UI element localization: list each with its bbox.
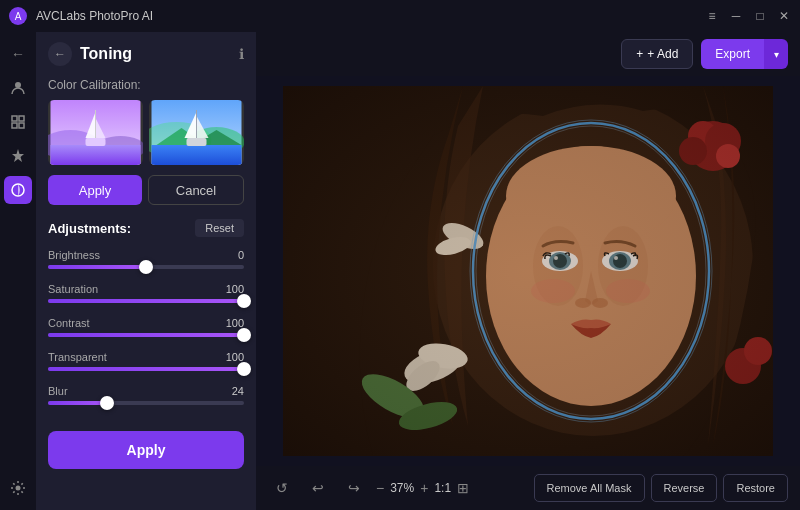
main-image-container: [283, 86, 773, 456]
brightness-slider-group: Brightness 0: [48, 249, 244, 269]
saturation-slider-group: Saturation 100: [48, 283, 244, 303]
contrast-label: Contrast: [48, 317, 90, 329]
apply-cal-button[interactable]: Apply: [48, 175, 142, 205]
brightness-label: Brightness: [48, 249, 100, 261]
zoom-out-btn[interactable]: −: [376, 480, 384, 496]
svg-rect-3: [12, 116, 17, 121]
contrast-slider-group: Contrast 100: [48, 317, 244, 337]
zoom-value: 37%: [390, 481, 414, 495]
svg-rect-13: [51, 145, 141, 165]
image-area: [256, 76, 800, 466]
rotate-left-btn[interactable]: ↺: [268, 474, 296, 502]
bottom-toolbar: ↺ ↩ ↪ − 37% + 1:1 ⊞ Remove All Mask Reve…: [256, 466, 800, 510]
saturation-track[interactable]: [48, 299, 244, 303]
apply-button[interactable]: Apply: [48, 431, 244, 469]
maximize-btn[interactable]: □: [752, 8, 768, 24]
restore-button[interactable]: Restore: [723, 474, 788, 502]
action-buttons: Remove All Mask Reverse Restore: [534, 474, 788, 502]
undo-btn[interactable]: ↩: [304, 474, 332, 502]
menu-btn[interactable]: ≡: [704, 8, 720, 24]
sidebar-grid-btn[interactable]: [4, 108, 32, 136]
transparent-value: 100: [226, 351, 244, 363]
svg-rect-4: [19, 116, 24, 121]
left-panel: ← Toning ℹ Color Calibration:: [36, 32, 256, 510]
transparent-track[interactable]: [48, 367, 244, 371]
remove-all-mask-button[interactable]: Remove All Mask: [534, 474, 645, 502]
app-logo: A: [8, 6, 28, 26]
sidebar-toning-btn[interactable]: [4, 176, 32, 204]
blur-value: 24: [232, 385, 244, 397]
brightness-value: 0: [238, 249, 244, 261]
blur-slider-group: Blur 24: [48, 385, 244, 405]
redo-btn[interactable]: ↪: [340, 474, 368, 502]
transparent-label: Transparent: [48, 351, 107, 363]
export-btn-group: Export ▾: [701, 39, 788, 69]
top-toolbar: + + Add Export ▾: [256, 32, 800, 76]
close-btn[interactable]: ✕: [776, 8, 792, 24]
sidebar-person-btn[interactable]: [4, 74, 32, 102]
app-title: AVCLabs PhotoPro AI: [36, 9, 704, 23]
panel-title: Toning: [80, 45, 132, 63]
saturation-label: Saturation: [48, 283, 98, 295]
svg-point-9: [16, 486, 21, 491]
content-area: + + Add Export ▾: [256, 32, 800, 510]
svg-rect-24: [187, 138, 207, 146]
minimize-btn[interactable]: ─: [728, 8, 744, 24]
fit-screen-btn[interactable]: ⊞: [457, 480, 469, 496]
blur-track[interactable]: [48, 401, 244, 405]
svg-text:A: A: [15, 11, 22, 22]
adjustments-label: Adjustments:: [48, 221, 131, 236]
color-cal-images: [48, 100, 244, 165]
zoom-controls: − 37% + 1:1 ⊞: [376, 480, 469, 496]
cal-image-before[interactable]: [48, 100, 143, 165]
brightness-track[interactable]: [48, 265, 244, 269]
export-dropdown-btn[interactable]: ▾: [764, 39, 788, 69]
window-controls: ≡ ─ □ ✕: [704, 8, 792, 24]
transparent-slider-group: Transparent 100: [48, 351, 244, 371]
plus-icon: +: [636, 47, 643, 61]
svg-rect-6: [19, 123, 24, 128]
zoom-in-btn[interactable]: +: [420, 480, 428, 496]
add-button[interactable]: + + Add: [621, 39, 693, 69]
contrast-track[interactable]: [48, 333, 244, 337]
adjustments-header: Adjustments: Reset: [48, 219, 244, 237]
cancel-cal-button[interactable]: Cancel: [148, 175, 244, 205]
panel-back-btn[interactable]: ←: [48, 42, 72, 66]
panel-header: ← Toning ℹ: [48, 42, 244, 66]
contrast-value: 100: [226, 317, 244, 329]
blur-label: Blur: [48, 385, 68, 397]
cal-image-after[interactable]: [149, 100, 244, 165]
saturation-value: 100: [226, 283, 244, 295]
svg-rect-23: [152, 145, 242, 165]
color-cal-label: Color Calibration:: [48, 78, 244, 92]
info-icon[interactable]: ℹ: [239, 46, 244, 62]
title-bar: A AVCLabs PhotoPro AI ≡ ─ □ ✕: [0, 0, 800, 32]
sidebar-back-btn[interactable]: ←: [4, 40, 32, 68]
zoom-one-to-one[interactable]: 1:1: [434, 481, 451, 495]
sidebar-magic-btn[interactable]: [4, 142, 32, 170]
reverse-button[interactable]: Reverse: [651, 474, 718, 502]
sidebar-settings-btn[interactable]: [4, 474, 32, 502]
svg-rect-5: [12, 123, 17, 128]
reset-button[interactable]: Reset: [195, 219, 244, 237]
export-button[interactable]: Export: [701, 39, 764, 69]
cal-buttons: Apply Cancel: [48, 175, 244, 205]
svg-rect-14: [86, 138, 106, 146]
svg-rect-64: [283, 86, 773, 456]
svg-marker-7: [12, 149, 24, 162]
icon-sidebar: ←: [0, 32, 36, 510]
svg-point-2: [15, 82, 21, 88]
